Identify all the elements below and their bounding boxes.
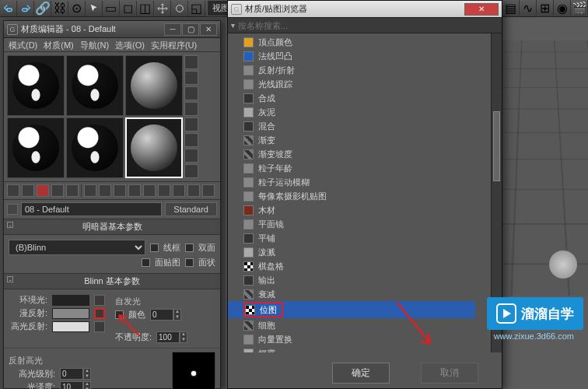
tool-a[interactable] bbox=[51, 184, 64, 197]
layer-button[interactable]: ▤ bbox=[502, 0, 520, 16]
scale-button[interactable]: ◱ bbox=[188, 1, 205, 16]
browser-close-button[interactable]: ✕ bbox=[464, 3, 499, 16]
chk-facemap[interactable] bbox=[142, 258, 150, 267]
map-item-21[interactable]: 向量置换 bbox=[243, 332, 502, 346]
select-button[interactable] bbox=[86, 1, 103, 16]
side-tool-5[interactable] bbox=[184, 117, 198, 131]
move-button[interactable] bbox=[154, 1, 171, 16]
tool-d[interactable] bbox=[99, 184, 111, 197]
bind-button[interactable]: ⊙ bbox=[68, 1, 86, 16]
curve-editor-button[interactable]: ∿ bbox=[520, 0, 537, 16]
map-item-2[interactable]: 反射/折射 bbox=[243, 63, 502, 77]
pick-material-button[interactable] bbox=[7, 184, 19, 197]
gloss-spinner[interactable]: ▲▼ bbox=[60, 381, 91, 389]
unlink-button[interactable]: ⛓ bbox=[51, 1, 68, 16]
schematic-button[interactable]: ⊞ bbox=[537, 0, 554, 16]
side-tool-1[interactable] bbox=[184, 55, 198, 69]
ambient-swatch[interactable] bbox=[52, 295, 89, 306]
map-item-1[interactable]: 法线凹凸 bbox=[243, 49, 502, 63]
sample-slot-4[interactable] bbox=[7, 117, 65, 178]
tool-e[interactable] bbox=[114, 184, 126, 197]
window-cross-button[interactable]: ◫ bbox=[137, 1, 154, 16]
put-to-scene-button[interactable] bbox=[22, 184, 34, 197]
viewport-gizmo[interactable] bbox=[549, 251, 577, 279]
map-item-7[interactable]: 渐变 bbox=[243, 133, 502, 147]
rect-select-button[interactable]: ◻ bbox=[120, 1, 137, 16]
side-tool-4[interactable] bbox=[184, 102, 198, 116]
search-input[interactable] bbox=[238, 21, 499, 30]
map-item-6[interactable]: 混合 bbox=[243, 119, 502, 133]
material-type-button[interactable]: Standard bbox=[165, 202, 217, 216]
rollout-head-shader[interactable]: -明暗器基本参数 bbox=[4, 219, 220, 235]
map-item-18[interactable]: 衰减 bbox=[243, 287, 502, 301]
map-item-3[interactable]: 光线跟踪 bbox=[243, 77, 502, 91]
menu-utility[interactable]: 实用程序(U) bbox=[151, 40, 197, 50]
sample-slot-5[interactable] bbox=[66, 117, 124, 178]
map-item-11[interactable]: 每像素摄影机贴图 bbox=[243, 189, 502, 203]
tool-j[interactable] bbox=[187, 184, 200, 197]
tool-g[interactable] bbox=[143, 184, 156, 197]
map-item-4[interactable]: 合成 bbox=[243, 91, 502, 105]
diffuse-swatch[interactable] bbox=[52, 308, 89, 319]
rotate-button[interactable] bbox=[171, 1, 188, 16]
side-tool-8[interactable] bbox=[184, 164, 198, 178]
map-item-8[interactable]: 渐变坡度 bbox=[243, 147, 502, 161]
material-lib-button[interactable]: ◉ bbox=[554, 0, 571, 16]
rollout-head-blinn[interactable]: -Blinn 基本参数 bbox=[4, 274, 220, 289]
chk-2side[interactable] bbox=[185, 244, 194, 252]
tool-i[interactable] bbox=[173, 184, 185, 197]
menu-material[interactable]: 材质(M) bbox=[44, 40, 74, 50]
map-item-10[interactable]: 粒子运动模糊 bbox=[243, 175, 502, 189]
name-dropdown-icon[interactable] bbox=[7, 204, 18, 215]
menu-navigate[interactable]: 导航(N) bbox=[80, 40, 109, 50]
diffuse-map-button[interactable] bbox=[94, 308, 105, 319]
ambient-map-button[interactable] bbox=[94, 295, 105, 306]
sample-slot-6[interactable] bbox=[125, 117, 183, 178]
cancel-button[interactable]: 取消 bbox=[421, 363, 478, 384]
map-item-19[interactable]: 位图 bbox=[228, 301, 475, 318]
undo-button[interactable] bbox=[0, 1, 17, 16]
select-by-name-button[interactable]: ▭ bbox=[103, 1, 120, 16]
delete-button[interactable] bbox=[37, 184, 49, 197]
map-item-16[interactable]: 棋盘格 bbox=[243, 259, 502, 273]
specular-swatch[interactable] bbox=[52, 321, 89, 332]
maximize-button[interactable]: ▢ bbox=[182, 23, 199, 36]
sample-slot-2[interactable] bbox=[66, 55, 124, 116]
map-item-9[interactable]: 粒子年龄 bbox=[243, 161, 502, 175]
side-tool-2[interactable] bbox=[184, 71, 198, 85]
material-name-input[interactable] bbox=[21, 202, 162, 216]
sample-slot-1[interactable] bbox=[7, 55, 65, 116]
tool-f[interactable] bbox=[128, 184, 141, 197]
rollout-toggle[interactable]: - bbox=[7, 222, 13, 228]
shader-select[interactable]: (B)Blinn bbox=[9, 240, 145, 255]
menu-options[interactable]: 选项(O) bbox=[115, 40, 145, 50]
redo-button[interactable] bbox=[17, 1, 34, 16]
tool-h[interactable] bbox=[158, 184, 170, 197]
material-editor-titlebar[interactable]: G 材质编辑器 - 08 - Default ─ ▢ ✕ bbox=[4, 21, 220, 38]
ok-button[interactable]: 确定 bbox=[332, 363, 390, 384]
map-item-5[interactable]: 灰泥 bbox=[243, 105, 502, 119]
close-button[interactable]: ✕ bbox=[200, 23, 217, 36]
scrollbar-thumb[interactable] bbox=[493, 111, 500, 181]
browser-titlebar[interactable]: G 材质/贴图浏览器 ✕ bbox=[228, 1, 502, 18]
map-item-12[interactable]: 木材 bbox=[243, 203, 502, 217]
map-item-20[interactable]: 细胞 bbox=[243, 318, 502, 332]
map-item-17[interactable]: 输出 bbox=[243, 273, 502, 287]
specular-map-button[interactable] bbox=[94, 321, 105, 332]
side-tool-7[interactable] bbox=[184, 149, 198, 163]
minimize-button[interactable]: ─ bbox=[164, 23, 181, 36]
link-button[interactable]: 🔗 bbox=[34, 1, 51, 16]
map-item-0[interactable]: 顶点颜色 bbox=[243, 35, 502, 49]
tool-c[interactable] bbox=[84, 184, 96, 197]
rollout-toggle[interactable]: - bbox=[7, 276, 13, 282]
chk-faceted[interactable] bbox=[185, 258, 194, 267]
opacity-spinner[interactable]: ▲▼ bbox=[156, 331, 187, 343]
tool-k[interactable] bbox=[202, 184, 215, 197]
map-item-13[interactable]: 平面镜 bbox=[243, 217, 502, 231]
map-item-22[interactable]: 烟雾 bbox=[243, 346, 502, 352]
side-tool-3[interactable] bbox=[184, 86, 198, 100]
chk-selfillum-color[interactable] bbox=[115, 310, 124, 319]
search-dropdown-icon[interactable]: ▾ bbox=[231, 21, 235, 30]
map-item-15[interactable]: 泼溅 bbox=[243, 245, 502, 259]
render-button[interactable]: 🎬 bbox=[571, 0, 588, 16]
